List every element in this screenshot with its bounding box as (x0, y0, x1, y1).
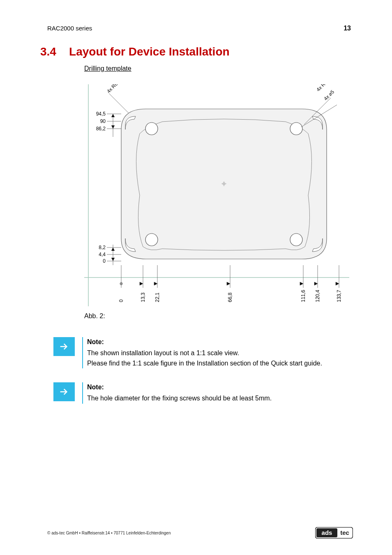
arrow-right-icon (53, 337, 75, 356)
callout-r1: 4x R6,30 (106, 84, 124, 94)
dim-y6: 0 (103, 258, 106, 264)
svg-marker-34 (314, 282, 318, 285)
svg-marker-26 (140, 282, 143, 285)
svg-point-2 (145, 123, 158, 135)
dim-y3: 86,2 (96, 126, 106, 132)
svg-point-3 (290, 123, 302, 135)
dim-x0: 0 (118, 299, 124, 302)
svg-marker-30 (227, 282, 230, 285)
drilling-template-figure: 94,5 90 86,2 8,2 4,4 0 (84, 84, 349, 306)
svg-marker-28 (154, 282, 157, 285)
svg-line-37 (109, 93, 129, 113)
note-label: Note: (87, 337, 322, 347)
note-line: The hole diameter for the fixing screws … (87, 395, 272, 402)
svg-marker-32 (300, 282, 303, 285)
dim-x1: 13,3 (140, 292, 146, 302)
dim-y4: 8,2 (99, 245, 106, 250)
note-block-2: Note: The hole diameter for the fixing s… (53, 382, 272, 404)
section-heading: 3.4 Layout for Device Installation (40, 45, 230, 58)
logo-text-a: ads (322, 529, 332, 536)
dim-x2: 22,1 (154, 292, 160, 302)
svg-point-4 (145, 234, 158, 246)
dim-y5: 4,4 (99, 252, 106, 257)
dim-x3: 66,8 (227, 292, 233, 302)
arrow-right-icon (53, 382, 75, 401)
note-line: The shown installation layout is not a 1… (87, 349, 239, 356)
note-label: Note: (87, 382, 272, 393)
section-number: 3.4 (40, 45, 56, 58)
dim-y2: 90 (100, 118, 106, 124)
svg-marker-36 (336, 282, 339, 285)
logo-text-b: tec (340, 529, 349, 536)
dim-x4: 111,6 (300, 290, 306, 302)
copyright-footer: © ads-tec GmbH • Raiffeisenstr.14 • 7077… (47, 531, 171, 535)
section-subtitle: Drilling template (84, 65, 131, 72)
svg-point-5 (290, 234, 302, 246)
dim-x6: 133,7 (336, 290, 342, 302)
page-number: 13 (344, 25, 351, 32)
header-series: RAC2000 series (47, 25, 92, 32)
section-title-text: Layout for Device Installation (69, 45, 230, 58)
page-header: RAC2000 series 13 (47, 25, 351, 32)
dim-y1: 94,5 (96, 111, 106, 117)
adstec-logo: ads tec (315, 527, 353, 539)
note-block-1: Note: The shown installation layout is n… (53, 337, 322, 368)
note-line: Please find the 1:1 scale figure in the … (87, 360, 322, 367)
figure-caption: Abb. 2: (84, 312, 105, 320)
dim-x5: 120,4 (315, 290, 321, 302)
